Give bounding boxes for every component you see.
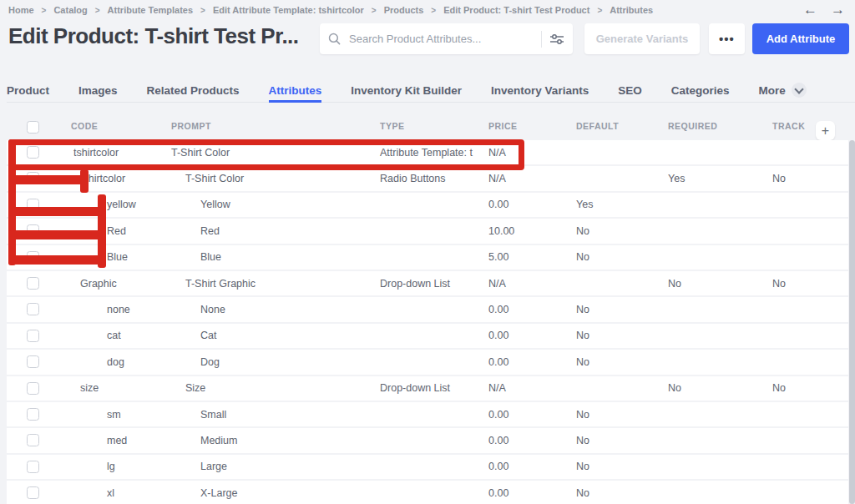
tab-bar: ProductImagesRelated ProductsAttributesI… [7,73,855,103]
row-checkbox[interactable] [27,434,39,446]
cell-price: 0.00 [488,409,508,421]
tab-label: Product [7,84,49,97]
tab-inventory-variants[interactable]: Inventory Variants [491,73,589,102]
tab-label: Related Products [147,84,240,97]
cell-price: N/A [488,382,506,394]
cell-default: No [576,330,589,341]
table-row: RedRed10.00No [7,219,848,243]
cell-required: No [668,278,681,290]
cell-prompt: Large [200,461,227,472]
table-row: lgLarge0.00No [7,455,848,479]
row-checkbox[interactable] [27,486,39,499]
row-checkbox[interactable] [27,461,39,473]
cell-code: sm [107,409,121,421]
breadcrumb-separator: > [597,6,602,15]
breadcrumb-item[interactable]: Edit Attribute Template: tshirtcolor [213,5,364,15]
forward-arrow-icon[interactable]: → [831,1,845,19]
cell-prompt: T-Shirt Graphic [185,278,255,290]
cell-code: Blue [107,251,128,263]
tab-label: More [758,84,785,97]
cell-required: No [668,382,681,394]
tab-categories[interactable]: Categories [671,73,730,102]
add-attribute-button[interactable]: Add Attribute [752,23,849,54]
cell-price: 10.00 [488,225,514,237]
cell-price: N/A [488,278,506,290]
annotation-left-vertical-bar [8,139,16,265]
cell-prompt: Dog [200,356,220,368]
table-row: yellowYellow0.00Yes [7,193,848,217]
filter-sliders-icon[interactable] [549,33,564,46]
cell-code: dog [107,356,124,368]
table-row: BlueBlue5.00No [7,245,848,270]
cell-default: No [576,435,589,446]
cell-track: No [772,278,786,290]
tab-attributes[interactable]: Attributes [269,73,322,102]
breadcrumb-separator: > [372,6,377,15]
cell-default: No [576,487,589,499]
table-header: CODE PROMPT TYPE PRICE DEFAULT REQUIRED … [0,113,855,140]
tab-related-products[interactable]: Related Products [147,73,240,102]
back-arrow-icon[interactable]: ← [803,1,817,19]
cell-default: No [576,409,589,421]
cell-default: No [576,356,589,368]
annotation-red-row-bar [8,230,102,239]
tab-inventory-kit-builder[interactable]: Inventory Kit Builder [351,73,462,102]
cell-code: Red [107,225,126,237]
breadcrumb-item[interactable]: Edit Product: T-shirt Test Product [443,5,589,15]
cell-code: lg [107,461,115,472]
breadcrumb-item[interactable]: Products [384,5,424,15]
table-row: xlX-Large0.00No [7,481,848,504]
annotation-row1-box [8,139,524,170]
breadcrumb-item[interactable]: Home [8,5,34,15]
cell-type: Drop-down List [380,382,450,394]
table-row: medMedium0.00No [7,428,848,452]
cell-track: No [772,173,786,184]
cell-prompt: Size [185,382,205,394]
cell-track: No [772,382,786,394]
column-header-type: TYPE [380,121,404,131]
row-checkbox[interactable] [27,277,39,290]
attributes-table: tshirtcolorT-Shirt ColorAttribute Templa… [7,140,848,504]
cell-code: xl [107,487,114,499]
cell-required: Yes [668,173,685,184]
chevron-down-icon [792,83,807,98]
cell-prompt: Blue [200,251,221,263]
vertical-scrollbar[interactable] [849,140,855,504]
row-checkbox[interactable] [27,330,39,342]
add-column-button[interactable]: + [816,121,835,140]
row-checkbox[interactable] [27,303,39,315]
search-input[interactable] [347,32,534,46]
history-nav: ← → [803,1,845,19]
cell-code: none [107,304,130,315]
cell-prompt: None [200,304,225,315]
column-header-required: REQUIRED [668,121,717,131]
page-title: Edit Product: T-shirt Test Pr... [8,23,299,49]
search-box [320,23,573,54]
cell-price: 0.00 [488,199,508,210]
breadcrumb-item[interactable]: Catalog [53,5,87,15]
breadcrumb-item[interactable]: Attribute Templates [108,5,193,15]
cell-code: size [80,382,99,394]
breadcrumb-item[interactable]: Attributes [610,5,653,15]
cell-price: 0.00 [488,487,508,499]
tab-product[interactable]: Product [7,73,49,102]
row-checkbox[interactable] [27,382,39,395]
table-row: smSmall0.00No [7,402,848,426]
tab-images[interactable]: Images [78,73,118,102]
more-actions-button[interactable]: ••• [709,23,745,54]
annotation-row2-bar [8,175,88,184]
select-all-checkbox[interactable] [27,121,39,134]
table-row: sizeSizeDrop-down ListN/ANoNo [7,376,848,401]
row-checkbox[interactable] [27,408,39,421]
tab-seo[interactable]: SEO [618,73,642,102]
generate-variants-button[interactable]: Generate Variants [584,23,700,54]
column-header-prompt: PROMPT [171,121,211,131]
tab-label: Attributes [269,84,322,97]
edit-product-page: Home>Catalog>Attribute Templates>Edit At… [0,0,855,504]
ellipsis-icon: ••• [719,32,735,46]
row-checkbox[interactable] [27,355,39,368]
tab-more[interactable]: More [758,73,806,102]
cell-default: No [576,225,589,237]
tab-label: Images [78,84,118,97]
cell-price: 0.00 [488,304,508,315]
